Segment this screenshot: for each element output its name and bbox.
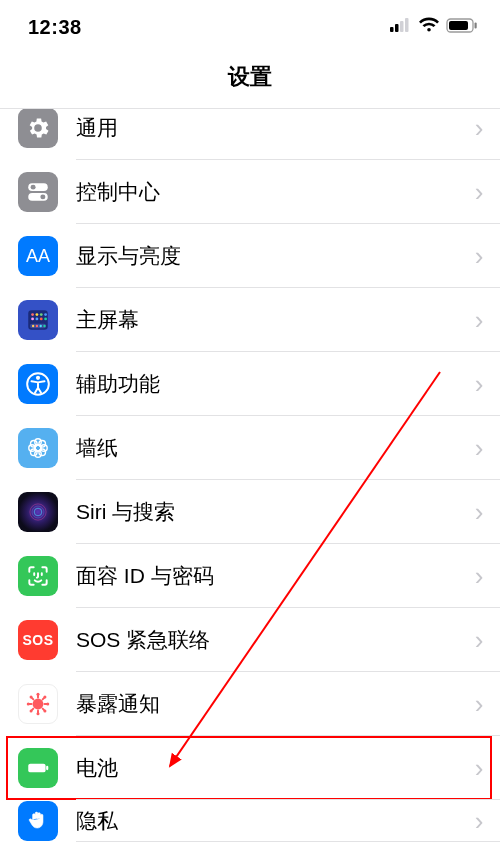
row-label: SOS 紧急联络 — [58, 626, 472, 654]
nav-header: 设置 — [0, 48, 500, 108]
row-faceid[interactable]: 面容 ID 与密码 › — [0, 544, 500, 608]
svg-point-10 — [40, 194, 45, 199]
svg-rect-3 — [405, 18, 409, 32]
row-privacy[interactable]: 隐私 › — [0, 800, 500, 842]
wifi-icon — [418, 17, 440, 37]
svg-rect-56 — [28, 764, 45, 773]
row-exposure[interactable]: 暴露通知 › — [0, 672, 500, 736]
status-bar: 12:38 — [0, 0, 500, 48]
svg-rect-0 — [390, 27, 394, 32]
svg-point-12 — [31, 313, 34, 316]
exposure-icon — [18, 684, 58, 724]
chevron-right-icon: › — [472, 433, 500, 464]
row-label: 显示与亮度 — [58, 242, 472, 270]
svg-point-17 — [36, 318, 39, 321]
svg-point-50 — [27, 702, 30, 705]
svg-point-24 — [43, 325, 45, 327]
privacy-hand-icon — [18, 801, 58, 841]
toggle-icon — [18, 172, 58, 212]
svg-point-8 — [31, 185, 36, 190]
row-label: 隐私 — [58, 807, 472, 835]
svg-rect-57 — [46, 766, 48, 770]
row-wallpaper[interactable]: 墙纸 › — [0, 416, 500, 480]
row-siri[interactable]: Siri 与搜索 › — [0, 480, 500, 544]
accessibility-icon — [18, 364, 58, 404]
chevron-right-icon: › — [472, 806, 500, 837]
chevron-right-icon: › — [472, 177, 500, 208]
row-label: 控制中心 — [58, 178, 472, 206]
chevron-right-icon: › — [472, 113, 500, 144]
svg-point-23 — [40, 325, 42, 327]
svg-rect-6 — [475, 22, 477, 28]
row-label: 辅助功能 — [58, 370, 472, 398]
wallpaper-icon — [18, 428, 58, 468]
row-display[interactable]: AA 显示与亮度 › — [0, 224, 500, 288]
gear-icon — [18, 108, 58, 148]
row-label: 暴露通知 — [58, 690, 472, 718]
row-accessibility[interactable]: 辅助功能 › — [0, 352, 500, 416]
svg-point-54 — [30, 709, 33, 712]
svg-point-52 — [30, 696, 33, 699]
chevron-right-icon: › — [472, 753, 500, 784]
row-general[interactable]: 通用 › — [0, 108, 500, 160]
settings-list: 通用 › 控制中心 › AA 显示与亮度 › 主屏幕 › — [0, 108, 500, 842]
chevron-right-icon: › — [472, 689, 500, 720]
svg-point-38 — [34, 508, 42, 516]
row-battery[interactable]: 电池 › — [0, 736, 500, 800]
svg-rect-1 — [395, 24, 399, 32]
svg-point-55 — [43, 696, 46, 699]
cellular-icon — [390, 18, 412, 36]
chevron-right-icon: › — [472, 497, 500, 528]
battery-icon — [446, 18, 478, 37]
row-label: 面容 ID 与密码 — [58, 562, 472, 590]
chevron-right-icon: › — [472, 305, 500, 336]
row-sos[interactable]: SOS SOS 紧急联络 › — [0, 608, 500, 672]
row-label: 主屏幕 — [58, 306, 472, 334]
page-title: 设置 — [0, 62, 500, 92]
svg-rect-2 — [400, 21, 404, 32]
text-size-icon: AA — [18, 236, 58, 276]
svg-point-15 — [44, 313, 47, 316]
homescreen-icon — [18, 300, 58, 340]
svg-point-13 — [36, 313, 39, 316]
svg-point-18 — [40, 318, 43, 321]
svg-point-53 — [43, 709, 46, 712]
svg-point-49 — [36, 712, 39, 715]
chevron-right-icon: › — [472, 561, 500, 592]
row-label: 电池 — [58, 754, 472, 782]
svg-point-21 — [32, 325, 34, 327]
chevron-right-icon: › — [472, 241, 500, 272]
chevron-right-icon: › — [472, 625, 500, 656]
siri-icon — [18, 492, 58, 532]
row-label: 墙纸 — [58, 434, 472, 462]
sos-icon: SOS — [18, 620, 58, 660]
svg-point-39 — [33, 699, 44, 710]
status-time: 12:38 — [28, 16, 82, 39]
svg-point-16 — [31, 318, 34, 321]
row-label: Siri 与搜索 — [58, 498, 472, 526]
svg-point-19 — [44, 318, 47, 321]
faceid-icon — [18, 556, 58, 596]
svg-point-48 — [36, 693, 39, 696]
row-label: 通用 — [58, 114, 472, 142]
chevron-right-icon: › — [472, 369, 500, 400]
svg-point-26 — [36, 376, 40, 380]
svg-rect-5 — [449, 21, 468, 30]
status-indicators — [390, 17, 478, 37]
row-controlcenter[interactable]: 控制中心 › — [0, 160, 500, 224]
row-homescreen[interactable]: 主屏幕 › — [0, 288, 500, 352]
svg-point-14 — [40, 313, 43, 316]
svg-point-51 — [46, 702, 49, 705]
battery-row-icon — [18, 748, 58, 788]
svg-point-22 — [36, 325, 38, 327]
